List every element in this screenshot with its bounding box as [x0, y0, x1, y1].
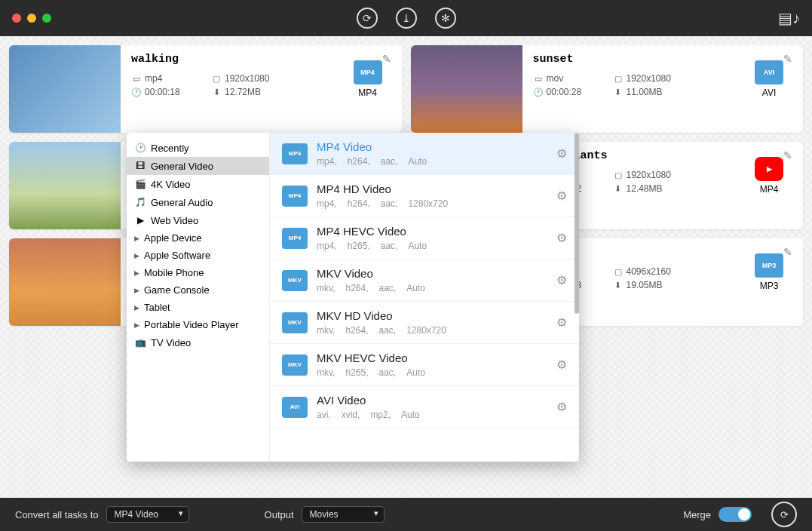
category-item[interactable]: ▶ Game Console [127, 281, 269, 299]
video-filesize: 12.72MB [225, 87, 261, 97]
format-type-icon: MKV [282, 355, 308, 376]
category-icon: 🕑 [134, 142, 146, 154]
chevron-right-icon: ▶ [134, 304, 139, 312]
gear-icon[interactable]: ⚙ [556, 400, 567, 414]
category-item[interactable]: ▶ Apple Software [127, 247, 269, 264]
chevron-right-icon: ▶ [134, 269, 139, 277]
resolution-icon: ▢ [211, 73, 222, 84]
target-format-label: AVI [750, 87, 788, 98]
target-format-icon: AVI [755, 60, 783, 84]
gear-icon[interactable]: ⚙ [556, 146, 567, 161]
close-window-button[interactable] [12, 14, 21, 23]
duration-icon: 🕐 [533, 87, 544, 97]
category-item[interactable]: ▶ Apple Device [127, 229, 269, 247]
edit-icon[interactable]: ✎ [382, 53, 391, 65]
format-option[interactable]: MKV MKV HEVC Video mkv,h265,aac,Auto ⚙ [270, 344, 579, 386]
maximize-window-button[interactable] [42, 14, 51, 23]
category-item[interactable]: 🎞 General Video [127, 157, 269, 175]
target-format[interactable]: AVI AVI [750, 60, 788, 98]
format-option[interactable]: MKV MKV HD Video mkv,h264,aac,1280x720 ⚙ [270, 302, 579, 344]
format-selector-popup: 🕑 Recently 🎞 General Video 🎬 4K Video 🎵 … [127, 133, 579, 462]
scrollbar[interactable] [575, 133, 579, 314]
video-duration: 00:00:18 [145, 87, 180, 97]
gear-icon[interactable]: ⚙ [556, 273, 567, 287]
category-item[interactable]: 📺 TV Video [127, 333, 269, 351]
format-option[interactable]: MKV MKV Video mkv,h264,aac,Auto ⚙ [270, 259, 579, 302]
gear-icon[interactable]: ⚙ [556, 189, 567, 203]
format-type-icon: MP4 [282, 186, 308, 207]
chevron-right-icon: ▶ [134, 287, 139, 294]
convert-tab-icon[interactable]: ⟳ [357, 8, 378, 29]
chevron-right-icon: ▶ [134, 321, 139, 329]
resolution-icon: ▢ [613, 73, 624, 84]
merge-toggle[interactable] [719, 507, 752, 522]
download-tab-icon[interactable]: ⤓ [396, 8, 417, 29]
category-icon: 📺 [134, 336, 146, 348]
edit-icon[interactable]: ✎ [783, 53, 792, 65]
target-format[interactable]: ▶ MP4 [750, 157, 788, 195]
merge-label: Merge [683, 509, 711, 520]
output-label: Output [265, 509, 294, 520]
video-format: mp4 [145, 73, 162, 84]
category-label: Portable Video Player [144, 319, 239, 330]
format-meta: mp4,h264,aac,Auto [317, 156, 547, 167]
format-option[interactable]: MP4 MP4 Video mp4,h264,aac,Auto ⚙ [270, 133, 579, 175]
edit-icon[interactable]: ✎ [783, 149, 792, 161]
media-library-icon[interactable]: ▤♪ [778, 9, 800, 27]
category-item[interactable]: 🕑 Recently [127, 139, 269, 157]
video-duration: 00:00:28 [547, 87, 582, 97]
target-format-icon: ▶ [755, 157, 783, 181]
format-icon: ▭ [131, 73, 142, 84]
minimize-window-button[interactable] [27, 14, 36, 23]
category-item[interactable]: ▶ Web Video [127, 211, 269, 229]
category-item[interactable]: 🎬 4K Video [127, 175, 269, 193]
video-resolution: 1920x1080 [627, 170, 671, 180]
category-label: TV Video [151, 337, 191, 348]
format-category-sidebar: 🕑 Recently 🎞 General Video 🎬 4K Video 🎵 … [127, 133, 270, 462]
filesize-icon: ⬇ [613, 183, 624, 194]
format-type-icon: MP4 [282, 228, 308, 249]
edit-icon[interactable]: ✎ [783, 246, 792, 258]
target-format-label: MP4 [349, 87, 387, 98]
category-item[interactable]: ▶ Portable Video Player [127, 316, 269, 333]
category-icon: ▶ [134, 214, 146, 226]
category-label: Web Video [151, 215, 198, 226]
target-format-label: MP4 [750, 184, 788, 195]
target-format[interactable]: MP4 MP4 [349, 60, 387, 98]
format-meta: avi,xvid,mp2,Auto [317, 410, 547, 420]
category-item[interactable]: 🎵 General Audio [127, 193, 269, 211]
format-meta: mp4,h264,aac,1280x720 [317, 198, 547, 209]
gear-icon[interactable]: ⚙ [556, 315, 567, 330]
category-label: General Audio [151, 197, 213, 208]
format-meta: mkv,h264,aac,1280x720 [317, 325, 547, 336]
format-title: AVI Video [317, 394, 547, 407]
format-option[interactable]: MP4 MP4 HEVC Video mp4,h265,aac,Auto ⚙ [270, 217, 579, 259]
target-format[interactable]: MP3 MP3 [750, 253, 788, 291]
gear-icon[interactable]: ⚙ [556, 358, 567, 372]
video-filesize: 11.00MB [627, 87, 663, 97]
format-list: MP4 MP4 Video mp4,h264,aac,Auto ⚙ MP4 MP… [270, 133, 579, 462]
video-resolution: 1920x1080 [225, 73, 269, 84]
video-filesize: 12.48MB [627, 183, 663, 194]
format-title: MKV HEVC Video [317, 351, 547, 364]
resolution-icon: ▢ [613, 170, 624, 180]
format-option[interactable]: MP4 MP4 HD Video mp4,h264,aac,1280x720 ⚙ [270, 175, 579, 217]
video-card[interactable]: sunset ▭mov ▢1920x1080 🕐00:00:28 ⬇11.00M… [411, 45, 804, 133]
category-label: Tablet [144, 302, 170, 313]
output-folder-select[interactable]: Movies [302, 506, 385, 523]
format-option[interactable]: AVI AVI Video avi,xvid,mp2,Auto ⚙ [270, 386, 579, 428]
convert-all-format-select[interactable]: MP4 Video [106, 506, 189, 523]
category-item[interactable]: ▶ Tablet [127, 299, 269, 316]
format-meta: mp4,h265,aac,Auto [317, 241, 547, 251]
category-item[interactable]: ▶ Mobile Phone [127, 264, 269, 281]
format-title: MKV HD Video [317, 309, 547, 322]
format-icon: ▭ [533, 73, 544, 84]
gear-icon[interactable]: ⚙ [556, 231, 567, 245]
mode-tabs: ⟳ ⤓ ✻ [357, 8, 456, 29]
format-meta: mkv,h265,aac,Auto [317, 367, 547, 378]
video-card[interactable]: walking ▭mp4 ▢1920x1080 🕐00:00:18 ⬇12.72… [9, 45, 402, 133]
video-resolution: 4096x2160 [627, 266, 671, 277]
toolbox-tab-icon[interactable]: ✻ [435, 8, 456, 29]
start-convert-button[interactable]: ⟳ [771, 502, 797, 527]
category-label: Apple Software [144, 250, 210, 261]
